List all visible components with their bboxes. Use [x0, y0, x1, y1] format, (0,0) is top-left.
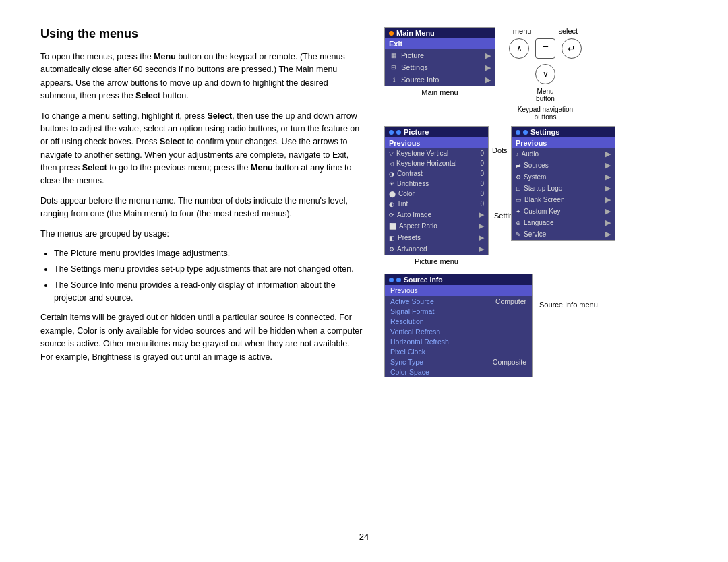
color-icon: ⬤ [389, 191, 396, 197]
settings-sources[interactable]: ⇄ Sources ▶ [512, 160, 615, 171]
picture-menu-section: Picture Previous ▽ Keystone Vertical 0 ◁ [384, 126, 489, 266]
select-label: select [558, 27, 578, 35]
paragraph-4: The menus are grouped by usage: [40, 228, 364, 241]
picture-item-kv[interactable]: ▽ Keystone Vertical 0 [385, 148, 488, 158]
advanced-arrow: ▶ [479, 245, 484, 253]
top-section: Main Menu Exit ▦ Picture ▶ ⊟ Settings [384, 27, 640, 121]
settings-blank-screen[interactable]: ▭ Blank Screen ▶ [512, 194, 615, 206]
source-info-title: Source Info [404, 276, 443, 284]
picture-item-color[interactable]: ⬤ Color 0 [385, 189, 488, 199]
bullet-item-2: The Settings menu provides set-up type a… [54, 263, 364, 276]
picture-item-tint[interactable]: ◐ Tint 0 [385, 199, 488, 209]
source-active-source[interactable]: Active Source Computer [385, 296, 532, 306]
picture-item-kh[interactable]: ◁ Keystone Horizontal 0 [385, 158, 488, 168]
settings-language[interactable]: ⊕ Language ▶ [512, 217, 615, 228]
picture-dot-1 [389, 130, 394, 135]
source-sync-type[interactable]: Sync Type Composite [385, 356, 532, 367]
service-icon: ✎ [516, 231, 521, 238]
source-signal-format[interactable]: Signal Format [385, 306, 532, 316]
paragraph-5: Certain items will be grayed out or hidd… [40, 311, 364, 364]
settings-dot-2 [523, 130, 528, 135]
info-icon: ℹ [389, 75, 398, 84]
paragraph-3: Dots appear before the menu name. The nu… [40, 195, 364, 221]
source-dot-2 [396, 278, 401, 282]
main-menu-picture[interactable]: ▦ Picture ▶ [385, 49, 495, 61]
settings-startup-logo[interactable]: ⊡ Startup Logo ▶ [512, 183, 615, 194]
main-menu-section: Main Menu Exit ▦ Picture ▶ ⊟ Settings [384, 27, 495, 96]
settings-menu-previous[interactable]: Previous [512, 137, 615, 148]
sources-icon: ⇄ [516, 162, 521, 169]
bullet-item-3: The Source Info menu provides a read-onl… [54, 279, 364, 305]
picture-menu-title-bar: Picture [385, 127, 488, 137]
picture-menu-box: Picture Previous ▽ Keystone Vertical 0 ◁ [384, 126, 489, 255]
menu-button-label: Menubutton [536, 88, 555, 102]
arrow-icon-2: ▶ [485, 63, 491, 72]
aspect-arrow: ▶ [479, 222, 484, 230]
picture-menu-caption: Picture menu [384, 257, 489, 266]
language-icon: ⊕ [516, 220, 521, 226]
picture-item-presets[interactable]: ◧ Presets ▶ [385, 232, 488, 243]
settings-audio[interactable]: ♪ Audio ▶ [512, 148, 615, 160]
keypad-labels: menu select [513, 27, 578, 35]
menu-button-caption: Menubutton [536, 88, 555, 102]
startup-icon: ⊡ [516, 185, 521, 192]
right-column: Main Menu Exit ▦ Picture ▶ ⊟ Settings [384, 27, 640, 377]
settings-menu-section: Settings Previous ♪ Audio ▶ ⇄ Sources [511, 126, 615, 266]
advanced-icon: ⚙ [389, 246, 394, 253]
bullet-list: The Picture menu provides image adjustme… [54, 247, 364, 305]
picture-icon: ▦ [389, 51, 398, 60]
source-color-space[interactable]: Color Space [385, 367, 532, 377]
main-menu-title-bar: Main Menu [385, 28, 495, 38]
auto-arrow: ▶ [479, 210, 484, 219]
arrow-icon: ▶ [485, 51, 491, 60]
picture-item-contrast[interactable]: ◑ Contrast 0 [385, 168, 488, 179]
select-button[interactable]: ↵ [562, 38, 582, 59]
keypad-row-bottom: ∨ [535, 64, 555, 84]
settings-custom-key[interactable]: ✦ Custom Key ▶ [512, 206, 615, 217]
picture-menu-title: Picture [404, 128, 429, 136]
bullet-item-1: The Picture menu provides image adjustme… [54, 247, 364, 260]
source-horizontal-refresh[interactable]: Horizontal Refresh [385, 336, 532, 346]
picture-item-brightness[interactable]: ☀ Brightness 0 [385, 179, 488, 189]
presets-icon: ◧ [389, 235, 395, 241]
source-info-caption: Source Info menu [539, 301, 598, 309]
paragraph-2: To change a menu setting, highlight it, … [40, 110, 364, 188]
keypad-section: menu select ∧ ☰ ↵ ∨ Men [509, 27, 582, 121]
picture-item-advanced[interactable]: ⚙ Advanced ▶ [385, 243, 488, 255]
settings-dot-1 [516, 130, 520, 135]
up-button[interactable]: ∧ [509, 38, 529, 59]
main-menu-settings[interactable]: ⊟ Settings ▶ [385, 61, 495, 73]
source-resolution[interactable]: Resolution [385, 316, 532, 326]
presets-arrow: ▶ [479, 233, 484, 242]
picture-item-auto[interactable]: ⟳ Auto Image ▶ [385, 209, 488, 220]
keypad-caption: Keypad navigationbuttons [518, 106, 573, 121]
source-dot-1 [389, 278, 394, 282]
source-pixel-clock[interactable]: Pixel Clock [385, 346, 532, 356]
menu-button[interactable]: ☰ [535, 38, 555, 59]
page-number: 24 [359, 532, 369, 542]
main-menu-exit[interactable]: Exit [385, 38, 495, 49]
source-vertical-refresh[interactable]: Vertical Refresh [385, 326, 532, 336]
main-menu-dot [389, 31, 394, 36]
dots-annotation: Dots [492, 146, 508, 154]
brightness-icon: ☀ [389, 181, 394, 187]
main-menu-title: Main Menu [396, 29, 435, 37]
source-info-previous[interactable]: Previous [385, 285, 532, 296]
audio-icon: ♪ [516, 151, 519, 158]
down-button[interactable]: ∨ [535, 64, 555, 84]
picture-menu-previous[interactable]: Previous [385, 137, 488, 148]
source-info-menu-box: Source Info Previous Active Source Compu… [384, 274, 533, 377]
keypad-row-top: ∧ ☰ ↵ [509, 38, 582, 59]
settings-menu-title-bar: Settings [512, 127, 615, 137]
kv-icon: ▽ [389, 150, 394, 157]
settings-service[interactable]: ✎ Service ▶ [512, 228, 615, 240]
page: Using the menus To open the menus, press… [0, 0, 728, 562]
left-column: Using the menus To open the menus, press… [40, 27, 364, 377]
middle-section: Picture Previous ▽ Keystone Vertical 0 ◁ [384, 126, 640, 266]
main-menu-caption: Main menu [384, 88, 495, 96]
settings-system[interactable]: ⚙ System ▶ [512, 171, 615, 183]
picture-item-aspect[interactable]: ⬜ Aspect Ratio ▶ [385, 220, 488, 232]
custom-key-icon: ✦ [516, 208, 521, 215]
settings-icon: ⊟ [389, 63, 398, 72]
main-menu-sourceinfo[interactable]: ℹ Source Info ▶ [385, 73, 495, 86]
